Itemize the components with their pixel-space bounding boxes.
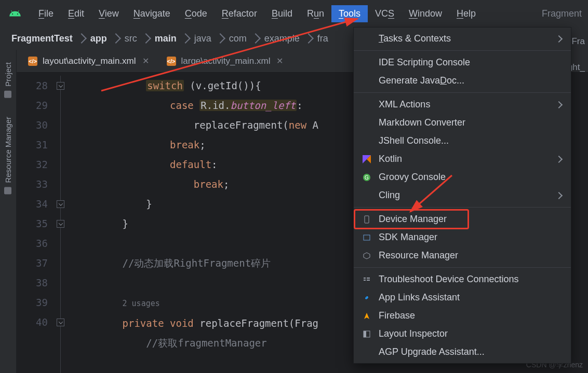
menu-item-device-manager[interactable]: Device Manager bbox=[354, 210, 571, 228]
menu-separator bbox=[354, 50, 571, 51]
menu-item-label: Generate JavaDoc... bbox=[379, 75, 464, 86]
tab-label: large\activity_main.xml bbox=[181, 56, 271, 66]
breadcrumb-item[interactable]: app bbox=[88, 33, 109, 44]
menu-item-label: Cling bbox=[379, 190, 400, 201]
svg-rect-7 bbox=[364, 280, 366, 281]
tab-label: layout\activity_main.xml bbox=[43, 56, 136, 66]
svg-marker-10 bbox=[364, 313, 369, 319]
menu-item-label: IDE Scripting Console bbox=[379, 57, 470, 68]
fold-toggle-icon[interactable] bbox=[57, 200, 64, 208]
svg-rect-5 bbox=[364, 235, 370, 240]
line-number: 36 bbox=[17, 233, 48, 253]
menu-item-label: Layout Inspector bbox=[379, 328, 448, 339]
menu-refactor[interactable]: Refactor bbox=[215, 5, 264, 22]
kotlin-icon bbox=[361, 155, 372, 163]
svg-rect-6 bbox=[364, 278, 366, 279]
menu-item-resource-manager[interactable]: Resource Manager bbox=[354, 246, 571, 265]
menu-item-cling[interactable]: Cling bbox=[354, 186, 571, 204]
link-icon bbox=[361, 294, 372, 302]
menu-separator bbox=[354, 267, 571, 268]
line-number: 40 bbox=[17, 312, 48, 332]
tools-menu-dropdown: Tasks & Contexts IDE Scripting Console G… bbox=[353, 27, 571, 364]
menu-item-ide-scripting-console[interactable]: IDE Scripting Console bbox=[354, 53, 571, 72]
groovy-icon: G bbox=[361, 173, 372, 182]
line-number: 34 bbox=[17, 194, 48, 214]
firebase-icon bbox=[361, 312, 372, 320]
resource-icon bbox=[361, 252, 372, 260]
line-number: 37 bbox=[17, 253, 48, 273]
breadcrumb-item[interactable]: src bbox=[123, 33, 139, 44]
breadcrumb-item[interactable]: com bbox=[227, 33, 249, 44]
menu-run[interactable]: Run bbox=[300, 5, 331, 22]
menu-navigate[interactable]: Navigate bbox=[126, 5, 178, 22]
menu-vcs[interactable]: VCS bbox=[368, 5, 402, 22]
menu-help[interactable]: Help bbox=[449, 5, 483, 22]
tool-tab-project[interactable]: Project bbox=[3, 55, 14, 105]
editor-tab[interactable]: </> large\activity_main.xml ✕ bbox=[162, 53, 289, 70]
gutter: 28293031323334353637383940 bbox=[17, 73, 53, 373]
menu-item-label: Tasks & Contexts bbox=[379, 33, 451, 44]
line-number: 35 bbox=[17, 214, 48, 233]
xml-file-icon: </> bbox=[167, 57, 176, 66]
fold-toggle-icon[interactable] bbox=[57, 220, 64, 228]
line-number: 28 bbox=[17, 76, 48, 95]
svg-rect-9 bbox=[367, 280, 370, 281]
menu-item-kotlin[interactable]: Kotlin bbox=[354, 150, 571, 168]
line-number: 30 bbox=[17, 115, 48, 135]
breadcrumb-item[interactable]: main bbox=[153, 33, 179, 44]
menu-view[interactable]: View bbox=[91, 5, 126, 22]
menu-item-sdk-manager[interactable]: SDK Manager bbox=[354, 228, 571, 246]
chevron-right-icon bbox=[180, 33, 191, 44]
menu-item-groovy-console[interactable]: G Groovy Console bbox=[354, 168, 571, 186]
svg-text:G: G bbox=[365, 175, 369, 181]
fold-toggle-icon[interactable] bbox=[57, 319, 64, 326]
left-tool-strip: Project Resource Manager bbox=[0, 50, 17, 373]
breadcrumb-item[interactable]: FragmentTest bbox=[9, 33, 75, 44]
breadcrumb-item[interactable]: example bbox=[262, 33, 302, 44]
menu-item-firebase[interactable]: Firebase bbox=[354, 307, 571, 325]
menu-build[interactable]: Build bbox=[264, 5, 300, 22]
svg-rect-8 bbox=[367, 278, 370, 279]
menu-item-app-links-assistant[interactable]: App Links Assistant bbox=[354, 288, 571, 307]
menubar: FileEditViewNavigateCodeRefactorBuildRun… bbox=[0, 0, 588, 27]
menu-item-agp-upgrade-assistant-[interactable]: AGP Upgrade Assistant... bbox=[354, 343, 571, 361]
close-icon[interactable]: ✕ bbox=[142, 56, 149, 66]
menu-item-tasks-contexts[interactable]: Tasks & Contexts bbox=[354, 30, 571, 48]
menu-edit[interactable]: Edit bbox=[61, 5, 91, 22]
android-logo-icon bbox=[8, 7, 22, 20]
menu-tools[interactable]: Tools bbox=[331, 5, 368, 22]
menu-item-generate-javadoc-[interactable]: Generate JavaDoc... bbox=[354, 72, 571, 90]
line-number: 32 bbox=[17, 155, 48, 174]
menu-file[interactable]: File bbox=[31, 5, 61, 22]
submenu-arrow-icon bbox=[555, 191, 563, 199]
menu-item-label: Markdown Converter bbox=[379, 117, 465, 128]
fold-toggle-icon[interactable] bbox=[57, 82, 64, 90]
menu-separator bbox=[354, 207, 571, 208]
menu-item-jshell-console-[interactable]: JShell Console... bbox=[354, 132, 571, 150]
close-icon[interactable]: ✕ bbox=[276, 56, 283, 66]
svg-rect-4 bbox=[365, 216, 369, 223]
submenu-arrow-icon bbox=[555, 35, 563, 42]
menu-item-label: Firebase bbox=[379, 310, 415, 321]
menu-item-troubleshoot-device-connections[interactable]: Troubleshoot Device Connections bbox=[354, 270, 571, 288]
menu-item-xml-actions[interactable]: XML Actions bbox=[354, 95, 571, 114]
troubleshoot-icon bbox=[361, 275, 372, 284]
tool-tab-resource-manager[interactable]: Resource Manager bbox=[3, 109, 14, 202]
breadcrumb-item[interactable]: fra bbox=[315, 33, 330, 44]
chevron-right-icon bbox=[250, 33, 261, 44]
chevron-right-icon bbox=[303, 33, 314, 44]
menu-item-label: JShell Console... bbox=[379, 135, 449, 146]
menu-window[interactable]: Window bbox=[402, 5, 449, 22]
line-number: 39 bbox=[17, 293, 48, 312]
breadcrumb-item[interactable]: java bbox=[192, 33, 213, 44]
editor-tab[interactable]: </> layout\activity_main.xml ✕ bbox=[23, 53, 154, 70]
menu-item-label: AGP Upgrade Assistant... bbox=[379, 347, 485, 357]
menu-item-markdown-converter[interactable]: Markdown Converter bbox=[354, 114, 571, 132]
menu-code[interactable]: Code bbox=[178, 5, 215, 22]
menu-item-label: SDK Manager bbox=[379, 232, 437, 243]
fold-column bbox=[53, 73, 72, 373]
chevron-right-icon bbox=[215, 33, 225, 44]
device-icon bbox=[361, 215, 372, 224]
menu-item-layout-inspector[interactable]: Layout Inspector bbox=[354, 325, 571, 343]
chevron-right-icon bbox=[76, 33, 87, 44]
